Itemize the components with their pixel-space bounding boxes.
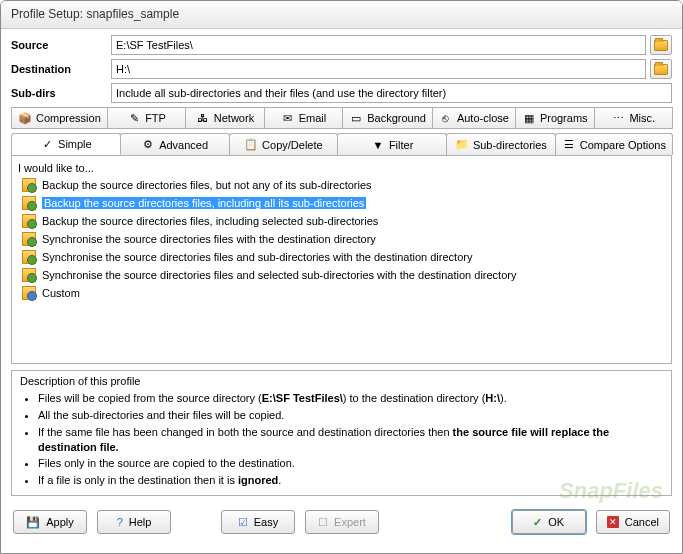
folder-sync-icon [22,178,36,192]
tab-compareoptions[interactable]: ☰Compare Options [555,133,673,155]
description-list: Files will be copied from the source dir… [20,391,663,488]
backup-option[interactable]: Backup the source directories files, inc… [18,212,665,230]
tab-compression[interactable]: 📦Compression [11,107,108,129]
compare options-icon: ☰ [562,138,576,152]
tab-email[interactable]: ✉Email [264,107,343,129]
source-label: Source [11,39,111,51]
simple-icon: ✓ [40,137,54,151]
expert-button[interactable]: ☐Expert [305,510,379,534]
check-icon: ✓ [533,517,542,528]
backup-option[interactable]: Synchronise the source directories files… [18,230,665,248]
tab-filter[interactable]: ▼Filter [337,133,447,155]
expert-icon: ☐ [318,517,328,528]
close-icon: ✕ [607,516,619,528]
tab-copydelete[interactable]: 📋Copy/Delete [229,133,339,155]
tab-row-lower: ✓Simple⚙Advanced📋Copy/Delete▼Filter📁Sub-… [11,133,672,156]
tab-background[interactable]: ▭Background [342,107,433,129]
option-list: Backup the source directories files, but… [18,176,665,302]
apply-button[interactable]: 💾Apply [13,510,87,534]
destination-label: Destination [11,63,111,75]
backup-option[interactable]: Backup the source directories files, but… [18,176,665,194]
folder-icon [654,40,668,51]
folder-sync-icon [22,232,36,246]
folder-icon [654,64,668,75]
cancel-button[interactable]: ✕Cancel [596,510,670,534]
tab-row-upper: 📦Compression✎FTP🖧Network✉Email▭Backgroun… [11,107,672,129]
copy/delete-icon: 📋 [244,138,258,152]
simple-panel: I would like to... Backup the source dir… [11,156,672,364]
sub-directories-icon: 📁 [455,138,469,152]
description-bullet: If the same file has been changed in bot… [38,425,663,455]
tab-misc[interactable]: ⋯Misc. [594,107,673,129]
advanced-icon: ⚙ [141,138,155,152]
folder-sync-icon [22,250,36,264]
backup-option[interactable]: Synchronise the source directories files… [18,248,665,266]
backup-option[interactable]: Synchronise the source directories files… [18,266,665,284]
help-button[interactable]: ?Help [97,510,171,534]
background-icon: ▭ [349,111,363,125]
subdirs-select[interactable]: Include all sub-directories and their fi… [111,83,672,103]
tab-ftp[interactable]: ✎FTP [107,107,186,129]
programs-icon: ▦ [522,111,536,125]
network-icon: 🖧 [196,111,210,125]
source-browse-button[interactable] [650,35,672,55]
description-bullet: Files only in the source are copied to t… [38,456,663,471]
compression-icon: 📦 [18,111,32,125]
disk-icon: 💾 [26,517,40,528]
ok-button[interactable]: ✓OK [512,510,586,534]
window-title: Profile Setup: snapfiles_sample [1,1,682,29]
folder-sync-icon [22,286,36,300]
destination-input[interactable] [111,59,646,79]
description-bullet: All the sub-directories and their files … [38,408,663,423]
tab-programs[interactable]: ▦Programs [515,107,595,129]
destination-browse-button[interactable] [650,59,672,79]
description-box: Description of this profile Files will b… [11,370,672,496]
tab-autoclose[interactable]: ⎋Auto-close [432,107,516,129]
ftp-icon: ✎ [127,111,141,125]
panel-heading: I would like to... [18,162,665,174]
description-bullet: Files will be copied from the source dir… [38,391,663,406]
auto-close-icon: ⎋ [439,111,453,125]
easy-icon: ☑ [238,517,248,528]
backup-option[interactable]: Backup the source directories files, inc… [18,194,665,212]
backup-option[interactable]: Custom [18,284,665,302]
folder-sync-icon [22,268,36,282]
description-heading: Description of this profile [20,375,663,387]
tab-simple[interactable]: ✓Simple [11,133,121,155]
email-icon: ✉ [281,111,295,125]
folder-sync-icon [22,196,36,210]
tab-network[interactable]: 🖧Network [185,107,264,129]
description-bullet: If a file is only in the destination the… [38,473,663,488]
tab-subdirectories[interactable]: 📁Sub-directories [446,133,556,155]
bottom-button-bar: 💾Apply ?Help ☑Easy ☐Expert ✓OK ✕Cancel [1,502,682,544]
misc.-icon: ⋯ [611,111,625,125]
source-input[interactable] [111,35,646,55]
help-icon: ? [117,517,123,528]
subdirs-label: Sub-dirs [11,87,111,99]
easy-button[interactable]: ☑Easy [221,510,295,534]
filter-icon: ▼ [371,138,385,152]
tab-advanced[interactable]: ⚙Advanced [120,133,230,155]
folder-sync-icon [22,214,36,228]
